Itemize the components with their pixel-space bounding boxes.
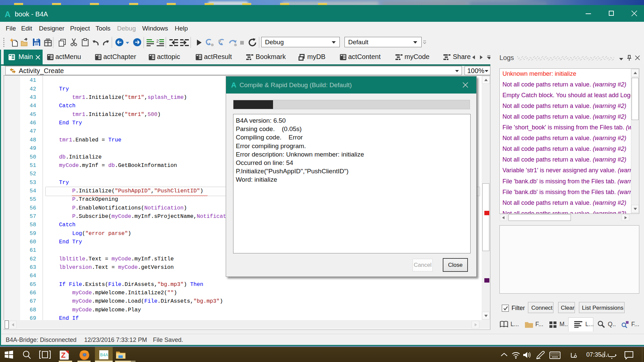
svg-text:2: 2 — [156, 39, 159, 44]
